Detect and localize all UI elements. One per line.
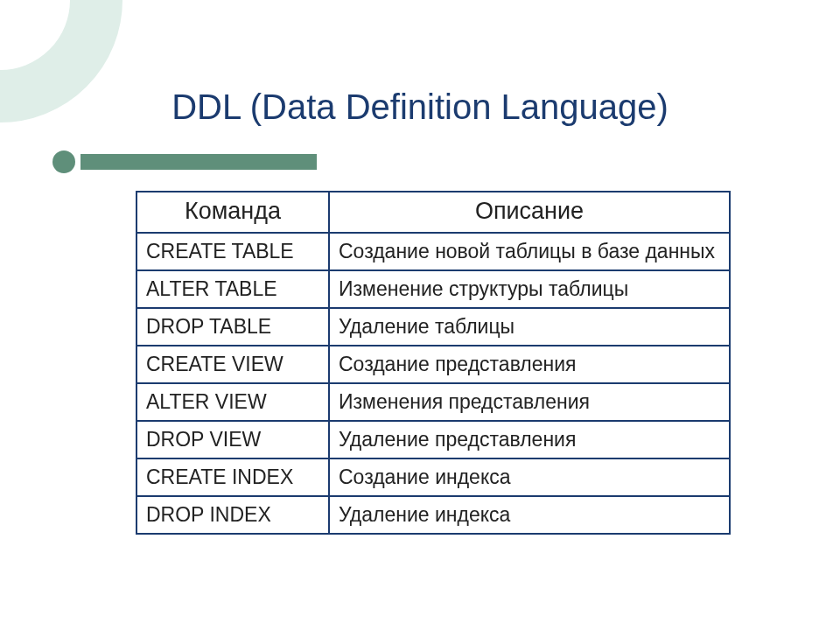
cell-command: ALTER VIEW bbox=[136, 383, 329, 421]
table-row: ALTER VIEW Изменения представления bbox=[136, 383, 730, 421]
cell-command: CREATE VIEW bbox=[136, 346, 329, 383]
cell-command: ALTER TABLE bbox=[136, 270, 329, 308]
header-command: Команда bbox=[136, 192, 329, 233]
cell-command: DROP INDEX bbox=[136, 496, 329, 534]
cell-description: Изменение структуры таблицы bbox=[329, 270, 730, 308]
table-row: DROP INDEX Удаление индекса bbox=[136, 496, 730, 534]
title-underline bbox=[52, 150, 317, 173]
table-row: CREATE INDEX Создание индекса bbox=[136, 458, 730, 496]
bullet-icon bbox=[52, 150, 75, 173]
cell-command: CREATE TABLE bbox=[136, 233, 329, 270]
cell-description: Удаление представления bbox=[329, 421, 730, 458]
cell-command: DROP VIEW bbox=[136, 421, 329, 458]
table-row: ALTER TABLE Изменение структуры таблицы bbox=[136, 270, 730, 308]
cell-description: Создание индекса bbox=[329, 458, 730, 496]
cell-description: Создание новой таблицы в базе данных bbox=[329, 233, 730, 270]
cell-description: Удаление таблицы bbox=[329, 308, 730, 346]
table-row: CREATE VIEW Создание представления bbox=[136, 346, 730, 383]
table-header-row: Команда Описание bbox=[136, 192, 730, 233]
underline-bar bbox=[80, 154, 317, 170]
cell-description: Изменения представления bbox=[329, 383, 730, 421]
cell-description: Создание представления bbox=[329, 346, 730, 383]
ddl-table-container: Команда Описание CREATE TABLE Создание н… bbox=[136, 191, 731, 535]
table-row: DROP VIEW Удаление представления bbox=[136, 421, 730, 458]
cell-command: DROP TABLE bbox=[136, 308, 329, 346]
cell-command: CREATE INDEX bbox=[136, 458, 329, 496]
ddl-table: Команда Описание CREATE TABLE Создание н… bbox=[136, 191, 731, 535]
cell-description: Удаление индекса bbox=[329, 496, 730, 534]
table-row: DROP TABLE Удаление таблицы bbox=[136, 308, 730, 346]
table-row: CREATE TABLE Создание новой таблицы в ба… bbox=[136, 233, 730, 270]
header-description: Описание bbox=[329, 192, 730, 233]
page-title: DDL (Data Definition Language) bbox=[0, 88, 840, 127]
